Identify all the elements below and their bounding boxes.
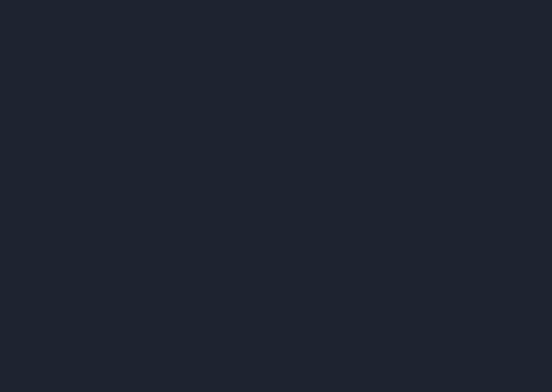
edges-layer (0, 0, 552, 392)
diagram-canvas (0, 0, 552, 392)
